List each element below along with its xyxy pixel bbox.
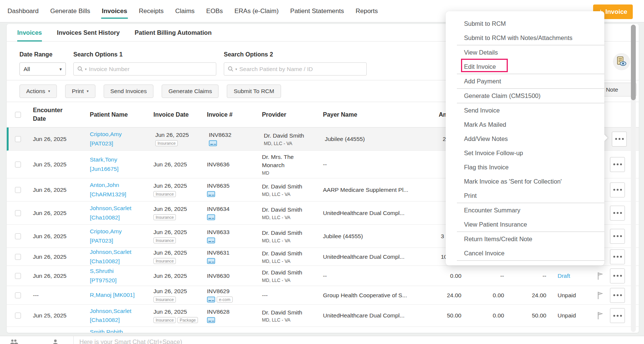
tab-patient-billing-automation[interactable]: Patient Billing Automation <box>135 24 212 42</box>
invoice-number-value: INV8629 <box>207 288 257 295</box>
submit-to-rcm-button[interactable]: Submit To RCM <box>227 85 281 98</box>
vertical-scrollbar[interactable] <box>631 25 636 332</box>
menu-item-view-patient-insurance[interactable]: View Patient Insurance <box>446 217 604 231</box>
row-flag-button[interactable] <box>597 272 604 280</box>
row-actions-button[interactable] <box>610 157 625 172</box>
patient-id-link[interactable]: [Cha10082] <box>90 316 150 325</box>
invoice-date-value: Jun 26, 2025 <box>153 161 204 168</box>
invoice-number-cell: INV8630 <box>207 266 257 286</box>
row-actions-button[interactable] <box>610 288 625 303</box>
row-checkbox[interactable] <box>15 273 21 279</box>
patient-link[interactable]: Stark,Tony <box>90 155 150 164</box>
row-checkbox[interactable] <box>15 162 21 168</box>
patient-link[interactable]: Johnson,Scarlet <box>90 204 150 213</box>
patient-search-input[interactable] <box>239 66 363 73</box>
menu-item-add-view-notes[interactable]: Add/View Notes <box>446 132 604 146</box>
menu-item-print[interactable]: Print <box>446 188 604 203</box>
row-actions-button[interactable] <box>610 249 625 264</box>
patient-link[interactable]: Criptoo,Amy <box>90 130 150 139</box>
invoice-sent-envelope-icon <box>209 140 217 146</box>
row-checkbox[interactable] <box>15 233 21 239</box>
menu-item-mark-as-mailed[interactable]: Mark As Mailed <box>446 117 604 132</box>
payer-name-cell: -- <box>323 266 420 286</box>
patient-id-link[interactable]: [PT97520] <box>90 276 150 285</box>
row-checkbox[interactable] <box>15 187 21 193</box>
nav-item-generate-bills[interactable]: Generate Bills <box>49 1 91 22</box>
row-actions-button[interactable] <box>612 132 627 147</box>
patient-name-cell: R,Manoj [MK001] <box>90 286 150 304</box>
payer-name-cell: AARP Medicare Supplement Pl... <box>323 178 420 201</box>
smart-chat-input[interactable] <box>79 338 416 344</box>
provider-name: Dr. David Smith <box>262 268 314 277</box>
print-button[interactable]: Print▾ <box>65 85 95 98</box>
menu-item-submit-to-rcm-with-notes-attachments[interactable]: Submit to RCM with Notes/Attachments <box>446 31 604 45</box>
group-chat-icon[interactable] <box>10 339 19 344</box>
invoice-number-input[interactable] <box>89 66 213 73</box>
patient-id-link[interactable]: [PAT023] <box>90 236 150 245</box>
row-checkbox[interactable] <box>15 313 21 319</box>
menu-item-send-invoice[interactable]: Send Invoice <box>446 103 604 117</box>
tab-invoices[interactable]: Invoices <box>17 24 42 42</box>
nav-item-claims[interactable]: Claims <box>174 1 195 22</box>
date-range-select[interactable]: All ▾ <box>19 62 66 76</box>
menu-item-mark-invoice-as-sent-for-collection[interactable]: Mark Invoice as 'Sent for Collection' <box>446 174 604 188</box>
generate-claims-button[interactable]: Generate Claims <box>162 85 219 98</box>
generate-claims-label: Generate Claims <box>168 88 212 95</box>
tab-invoices-sent-history[interactable]: Invoices Sent History <box>57 24 120 42</box>
patient-id-link[interactable]: [Cha10082] <box>90 213 150 222</box>
invoice-icons: e-com <box>207 297 257 302</box>
menu-item-set-invoice-follow-up[interactable]: Set Invoice Follow-up <box>446 146 604 160</box>
nav-item-reports[interactable]: Reports <box>355 1 379 22</box>
provider-cell: Dr. David SmithMD, LLC - VA <box>262 305 314 326</box>
patient-link[interactable]: Johnson,Scarlet <box>90 248 150 257</box>
select-all-checkbox[interactable] <box>15 112 21 118</box>
patient-link[interactable]: Anton,John <box>90 181 150 190</box>
menu-item-flag-this-invoice[interactable]: Flag this Invoice <box>446 160 604 174</box>
invoice-preview-button[interactable] <box>613 53 630 70</box>
status-value[interactable]: Draft <box>558 273 593 279</box>
nav-item-receipts[interactable]: Receipts <box>138 1 164 22</box>
nav-item-eras-e-claim[interactable]: ERAs (e-Claim) <box>234 1 280 22</box>
menu-item-return-items-credit-note[interactable]: Return Items/Credit Note <box>446 232 604 246</box>
patient-id-link[interactable]: [Cha10082] <box>90 257 150 266</box>
menu-item-generate-claim-cms1500[interactable]: Generate Claim (CMS1500) <box>446 89 604 103</box>
patient-link[interactable]: R,Manoj [MK001] <box>90 291 150 300</box>
provider-org: MD, LLC - VA <box>262 278 314 283</box>
person-chat-icon[interactable] <box>52 339 59 344</box>
row-actions-button[interactable] <box>610 268 625 283</box>
row-checkbox[interactable] <box>15 292 21 298</box>
actions-button[interactable]: Actions▾ <box>19 85 57 98</box>
row-actions-button[interactable] <box>610 182 625 197</box>
menu-item-submit-to-rcm[interactable]: Submit to RCM <box>446 16 604 31</box>
nav-item-eobs[interactable]: EOBs <box>205 1 223 22</box>
submit-to-rcm-label: Submit To RCM <box>234 88 274 95</box>
menu-item-edit-invoice[interactable]: Edit Invoice <box>446 59 604 74</box>
vertical-scrollbar-thumb[interactable] <box>631 25 636 100</box>
menu-item-add-payment[interactable]: Add Payment <box>446 74 604 88</box>
patient-link[interactable]: Johnson,Scarlet <box>90 307 150 316</box>
menu-item-cancel-invoice[interactable]: Cancel Invoice <box>446 246 604 260</box>
search-caret-icon: ▾ <box>85 67 87 71</box>
status-cell: Unpaid <box>558 305 593 326</box>
row-flag-button[interactable] <box>597 311 604 320</box>
patient-id-link[interactable]: [ChARM1329] <box>90 190 150 199</box>
patient-id-link[interactable]: [PAT023] <box>90 139 150 148</box>
nav-item-invoices[interactable]: Invoices <box>101 1 128 22</box>
row-actions-button[interactable] <box>610 229 625 244</box>
menu-item-view-details[interactable]: View Details <box>446 45 604 59</box>
row-actions-button[interactable] <box>610 308 625 323</box>
patient-link[interactable]: Smith,Rohith <box>90 328 150 333</box>
patient-id-link[interactable]: [Jun16675] <box>90 165 150 173</box>
row-checkbox[interactable] <box>15 136 21 142</box>
row-flag-button[interactable] <box>597 291 604 300</box>
nav-item-dashboard[interactable]: Dashboard <box>7 1 39 22</box>
search-icon <box>228 66 234 72</box>
patient-link[interactable]: Criptoo,Amy <box>90 227 150 236</box>
send-invoices-button[interactable]: Send Invoices <box>104 85 153 98</box>
row-checkbox[interactable] <box>15 254 21 260</box>
menu-item-encounter-summary[interactable]: Encounter Summary <box>446 203 604 217</box>
nav-item-patient-statements[interactable]: Patient Statements <box>290 1 345 22</box>
row-checkbox[interactable] <box>15 210 21 216</box>
patient-link[interactable]: S,Shruthi <box>90 267 150 276</box>
row-actions-button[interactable] <box>610 206 625 221</box>
